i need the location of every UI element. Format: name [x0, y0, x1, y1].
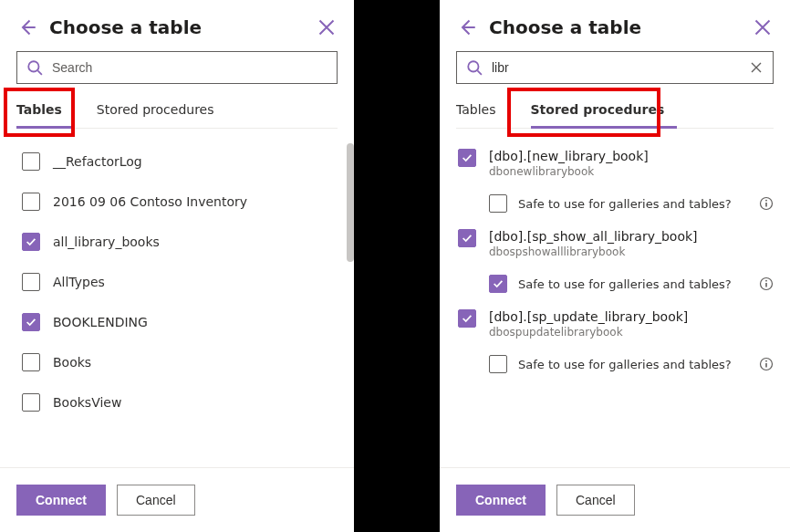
search-box[interactable]	[456, 51, 774, 84]
checkbox[interactable]	[22, 233, 40, 251]
header: Choose a table	[440, 0, 790, 51]
item-label: BooksView	[53, 395, 121, 410]
connect-button[interactable]: Connect	[16, 485, 106, 516]
right-panel: Choose a table Tables Stored procedures	[440, 0, 790, 532]
procedure-list: [dbo].[new_library_book] dbonewlibrarybo…	[440, 129, 790, 382]
checkbox[interactable]	[22, 353, 40, 371]
search-icon	[466, 59, 483, 76]
item-label: all_library_books	[53, 235, 160, 249]
safe-label: Safe to use for galleries and tables?	[518, 277, 752, 291]
connect-button[interactable]: Connect	[456, 485, 546, 516]
close-icon[interactable]	[317, 18, 336, 37]
list-item[interactable]: all_library_books	[0, 222, 354, 262]
checkbox[interactable]	[458, 149, 476, 167]
clear-icon[interactable]	[749, 60, 764, 75]
checkbox[interactable]	[22, 273, 40, 291]
procedure-name: [dbo].[new_library_book]	[489, 149, 649, 163]
procedure-name: [dbo].[sp_show_all_library_book]	[489, 229, 698, 244]
search-input[interactable]	[50, 59, 327, 76]
item-label: 2016 09 06 Contoso Inventory	[53, 194, 247, 209]
footer: Connect Cancel	[440, 467, 790, 532]
checkbox[interactable]	[22, 152, 40, 171]
item-label: Books	[53, 355, 91, 370]
checkbox[interactable]	[489, 355, 507, 373]
procedure-subtitle: dbonewlibrarybook	[489, 165, 649, 178]
back-icon[interactable]	[458, 18, 476, 37]
list-item[interactable]: Books	[0, 342, 354, 382]
procedure-item[interactable]: [dbo].[sp_update_library_book] dbospupda…	[440, 302, 790, 346]
procedure-subtitle: dbospupdatelibrarybook	[489, 326, 688, 339]
search-input[interactable]	[490, 59, 749, 76]
cancel-button[interactable]: Cancel	[117, 485, 195, 516]
tabs: Tables Stored procedures	[456, 93, 774, 129]
table-list: __RefactorLog 2016 09 06 Contoso Invento…	[0, 129, 354, 422]
checkbox[interactable]	[22, 393, 40, 412]
procedure-name: [dbo].[sp_update_library_book]	[489, 309, 688, 324]
safe-label: Safe to use for galleries and tables?	[518, 197, 752, 211]
tabs: Tables Stored procedures	[16, 93, 338, 129]
item-label: __RefactorLog	[53, 154, 142, 169]
checkbox[interactable]	[489, 194, 507, 213]
safe-option[interactable]: Safe to use for galleries and tables?	[440, 185, 790, 222]
tab-tables[interactable]: Tables	[16, 93, 75, 129]
safe-label: Safe to use for galleries and tables?	[518, 358, 752, 371]
search-box[interactable]	[16, 51, 338, 84]
list-item[interactable]: AllTypes	[0, 262, 354, 302]
tab-tables[interactable]: Tables	[456, 93, 509, 128]
checkbox[interactable]	[458, 229, 476, 247]
tab-stored-procedures[interactable]: Stored procedures	[97, 93, 227, 128]
checkbox[interactable]	[458, 309, 476, 328]
list-item[interactable]: BOOKLENDING	[0, 302, 354, 342]
close-icon[interactable]	[754, 18, 772, 37]
item-label: AllTypes	[53, 275, 105, 289]
info-icon[interactable]	[759, 357, 774, 371]
search-wrap	[440, 51, 790, 93]
checkbox[interactable]	[22, 313, 40, 331]
svg-point-7	[765, 360, 767, 362]
safe-option[interactable]: Safe to use for galleries and tables?	[440, 266, 790, 302]
cancel-button[interactable]: Cancel	[556, 485, 635, 516]
svg-point-5	[765, 280, 767, 282]
svg-point-1	[468, 61, 478, 71]
procedure-item[interactable]: [dbo].[new_library_book] dbonewlibrarybo…	[440, 141, 790, 185]
list-item[interactable]: 2016 09 06 Contoso Inventory	[0, 182, 354, 222]
checkbox[interactable]	[489, 275, 507, 293]
header: Choose a table	[0, 0, 354, 51]
svg-point-0	[28, 61, 38, 71]
info-icon[interactable]	[759, 196, 774, 211]
tab-stored-procedures[interactable]: Stored procedures	[531, 93, 678, 129]
search-icon	[26, 59, 43, 76]
item-label: BOOKLENDING	[53, 315, 148, 329]
scrollbar[interactable]	[347, 143, 354, 262]
footer: Connect Cancel	[0, 467, 354, 532]
svg-point-3	[765, 200, 767, 202]
gap	[354, 0, 440, 532]
panel-title: Choose a table	[49, 16, 317, 38]
left-panel: Choose a table Tables Stored procedures …	[0, 0, 354, 532]
back-icon[interactable]	[18, 18, 36, 37]
info-icon[interactable]	[759, 276, 774, 291]
search-wrap	[0, 51, 354, 93]
procedure-subtitle: dbospshowalllibrarybook	[489, 245, 698, 258]
list-item[interactable]: __RefactorLog	[0, 141, 354, 182]
safe-option[interactable]: Safe to use for galleries and tables?	[440, 346, 790, 382]
checkbox[interactable]	[22, 193, 40, 211]
panel-title: Choose a table	[489, 16, 754, 38]
procedure-item[interactable]: [dbo].[sp_show_all_library_book] dbospsh…	[440, 222, 790, 266]
list-item[interactable]: BooksView	[0, 382, 354, 422]
